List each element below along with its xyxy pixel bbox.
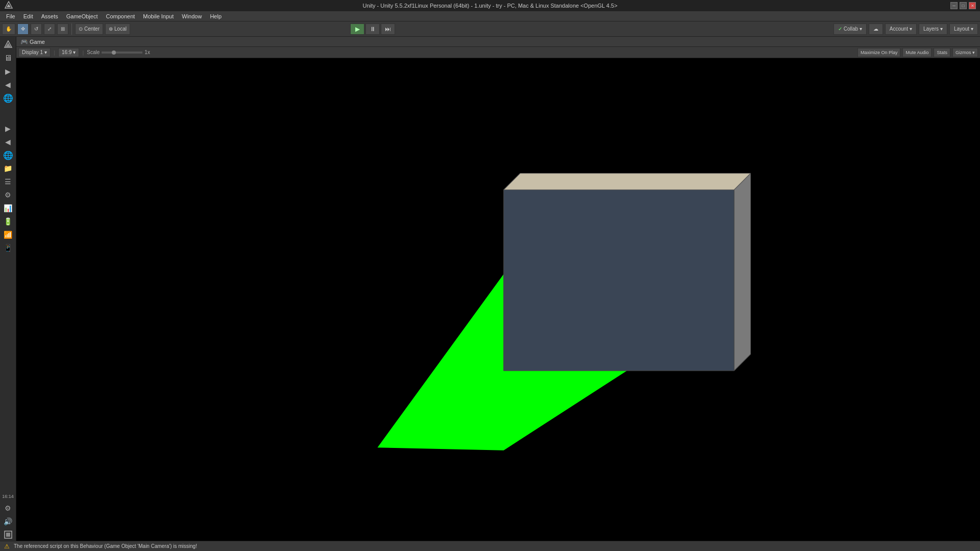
sidebar-icon-gear[interactable]: ⚙	[2, 189, 14, 201]
sidebar-icon-battery[interactable]: 🔋	[2, 215, 14, 228]
sidebar-icon-folder[interactable]: 📁	[2, 162, 14, 174]
sidebar-icon-wifi[interactable]: 📶	[2, 229, 14, 241]
sidebar-icon-list[interactable]: ☰	[2, 176, 14, 188]
mute-audio-button[interactable]: Mute Audio	[902, 48, 932, 57]
toolbar-scale-tool[interactable]: ⤢	[44, 23, 55, 35]
toolbar: ✋ ✥ ↺ ⤢ ⊞ ⊙ Center ⊛ Local ▶ ⏸ ⏭ ✓ Colla…	[0, 21, 980, 37]
cube-right-face	[734, 173, 750, 371]
sidebar-icon-bottom[interactable]	[2, 529, 14, 541]
cube-front-face	[504, 190, 734, 371]
sidebar-icon-sound[interactable]: 🔊	[2, 515, 14, 528]
menu-component[interactable]: Component	[102, 12, 139, 20]
toolbar-separator-1	[71, 23, 72, 35]
play-controls: ▶ ⏸ ⏭	[350, 23, 395, 35]
center-icon: ⊙	[79, 26, 83, 32]
cloud-button[interactable]: ☁	[869, 23, 883, 35]
left-sidebar: 🖥 ▶ ◀ 🌐 ▶ ◀ 🌐 📁 ☰ ⚙ 📊 🔋 📶 📱 16:14 ⚙ 🔊	[0, 37, 16, 541]
cloud-icon: ☁	[873, 26, 878, 32]
unity-logo	[4, 1, 14, 10]
toolbar-hand-tool[interactable]: ✋	[2, 23, 15, 35]
local-icon: ⊛	[109, 26, 113, 32]
sidebar-icon-0[interactable]	[2, 39, 14, 51]
scale-thumb	[112, 51, 116, 55]
layers-chevron-icon: ▾	[940, 26, 943, 32]
game-tab-icon: 🎮	[20, 38, 28, 45]
aspect-label: 16:9	[62, 49, 71, 55]
collab-label: Collab ▾	[844, 26, 862, 32]
pause-button[interactable]: ⏸	[365, 23, 380, 35]
sidebar-icon-phone[interactable]: 📱	[2, 242, 14, 254]
sidebar-icon-play[interactable]: ▶	[2, 65, 14, 78]
cube-top-face	[504, 173, 751, 190]
toolbar-sep-v: |	[54, 49, 55, 56]
scale-area: Scale 1x	[87, 49, 150, 55]
collab-button[interactable]: ✓ Collab ▾	[834, 23, 867, 35]
maximize-button[interactable]: □	[960, 2, 967, 9]
layout-label: Layout	[954, 26, 969, 32]
window-controls: ─ □ ✕	[950, 2, 976, 9]
display-dropdown[interactable]: Display 1 ▾	[18, 48, 51, 57]
collab-checkmark-icon: ✓	[838, 26, 842, 32]
menu-edit[interactable]: Edit	[19, 12, 37, 20]
scale-slider[interactable]	[102, 52, 142, 54]
sidebar-icon-settings[interactable]: ⚙	[2, 502, 14, 514]
display-chevron: ▾	[44, 49, 47, 55]
game-view-header: 🎮 Game	[16, 37, 980, 47]
menu-gameobject[interactable]: GameObject	[62, 12, 102, 20]
sidebar-icon-back2[interactable]: ◀	[2, 136, 14, 148]
title-bar: Unity - Unity 5.5.2xf1Linux Personal (64…	[0, 0, 980, 11]
sidebar-icon-back[interactable]: ◀	[2, 79, 14, 91]
menu-help[interactable]: Help	[206, 12, 226, 20]
toolbar-sep-v2: |	[82, 49, 84, 56]
play-button[interactable]: ▶	[350, 23, 364, 35]
sidebar-icon-web[interactable]: 🌐	[2, 92, 14, 104]
aspect-dropdown[interactable]: 16:9 ▾	[58, 48, 79, 57]
right-view-buttons: Maximize On Play Mute Audio Stats Gizmos…	[857, 48, 978, 57]
scale-label: Scale	[87, 49, 100, 55]
minimize-button[interactable]: ─	[950, 2, 958, 9]
sidebar-icon-chart[interactable]: 📊	[2, 202, 14, 214]
toolbar-rect-tool[interactable]: ⊞	[57, 23, 68, 35]
maximize-on-play-button[interactable]: Maximize On Play	[857, 48, 901, 57]
status-bar: ⚠ The referenced script on this Behaviou…	[0, 541, 980, 551]
sidebar-icon-play2[interactable]: ▶	[2, 122, 14, 135]
menu-window[interactable]: Window	[178, 12, 206, 20]
menu-mobile-input[interactable]: Mobile Input	[139, 12, 178, 20]
sidebar-icon-divider	[2, 109, 14, 121]
menu-assets[interactable]: Assets	[37, 12, 62, 20]
game-tab-label: Game	[30, 39, 45, 45]
toolbar-rotate-tool[interactable]: ↺	[31, 23, 42, 35]
close-button[interactable]: ✕	[969, 2, 976, 9]
step-button[interactable]: ⏭	[381, 23, 395, 35]
scene-svg	[16, 58, 980, 541]
layers-button[interactable]: Layers ▾	[919, 23, 947, 35]
local-label: Local	[114, 26, 127, 32]
menu-bar: File Edit Assets GameObject Component Mo…	[0, 11, 980, 21]
stats-button[interactable]: Stats	[934, 48, 950, 57]
status-message: The referenced script on this Behaviour …	[14, 543, 197, 549]
sidebar-icon-web2[interactable]: 🌐	[2, 149, 14, 161]
account-button[interactable]: Account ▾	[885, 23, 917, 35]
right-toolbar: ✓ Collab ▾ ☁ Account ▾ Layers ▾ Layout ▾	[834, 23, 978, 35]
scale-value: 1x	[144, 49, 150, 55]
scene-3d	[16, 58, 980, 541]
center-label: Center	[84, 26, 100, 32]
sidebar-icon-monitor[interactable]: 🖥	[2, 52, 14, 64]
layout-button[interactable]: Layout ▾	[949, 23, 978, 35]
main-layout: 🖥 ▶ ◀ 🌐 ▶ ◀ 🌐 📁 ☰ ⚙ 📊 🔋 📶 📱 16:14 ⚙ 🔊 🎮	[0, 37, 980, 541]
toolbar-center-button[interactable]: ⊙ Center	[75, 23, 103, 35]
toolbar-move-tool[interactable]: ✥	[17, 23, 29, 35]
account-label: Account	[890, 26, 908, 32]
svg-rect-5	[6, 533, 10, 537]
menu-file[interactable]: File	[2, 12, 19, 20]
scene-canvas	[16, 58, 980, 541]
layers-label: Layers	[923, 26, 939, 32]
game-view-toolbar: Display 1 ▾ | 16:9 ▾ | Scale 1x Maximize…	[16, 47, 980, 58]
window-title: Unity - Unity 5.5.2xf1Linux Personal (64…	[362, 3, 617, 9]
display-label: Display 1	[22, 49, 43, 55]
sidebar-time: 16:14	[2, 494, 14, 501]
game-tab[interactable]: 🎮 Game	[20, 38, 45, 45]
gizmos-button[interactable]: Gizmos ▾	[952, 48, 978, 57]
toolbar-local-button[interactable]: ⊛ Local	[105, 23, 130, 35]
layout-chevron-icon: ▾	[971, 26, 973, 32]
